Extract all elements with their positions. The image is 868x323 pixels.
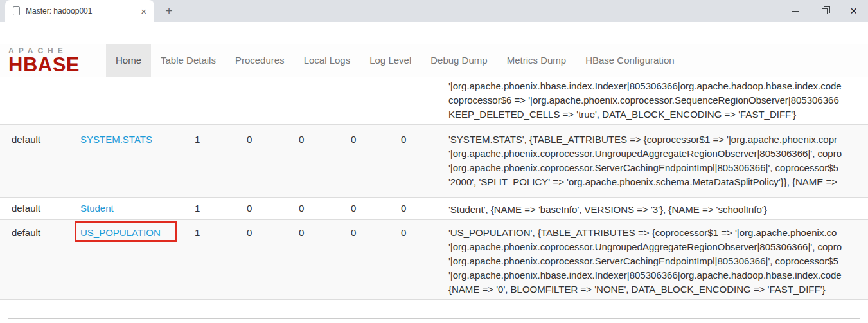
other-regions-cell: 0 (401, 203, 406, 214)
browser-window: Master: hadoop001 × + ✕ ← → ⟳ ⓘ 不安全 192.… (0, 0, 868, 323)
table-row: default US_POPULATION 1 0 0 0 0 'US_POPU… (0, 219, 868, 300)
table-description: 'SYSTEM.STATS', {TABLE_ATTRIBUTES => {co… (448, 133, 842, 189)
nav-item-hbase-configuration[interactable]: HBase Configuration (576, 44, 684, 77)
nav-item-home[interactable]: Home (106, 44, 151, 77)
tab-strip: Master: hadoop001 × + ✕ (0, 0, 868, 22)
window-controls: ✕ (781, 0, 868, 22)
online-regions-cell: 1 (195, 227, 200, 238)
nav-item-log-level[interactable]: Log Level (360, 44, 421, 77)
browser-toolbar: ← → ⟳ ⓘ 不安全 192.168.200.226 :60010/maste… (0, 22, 868, 44)
offline-regions-cell: 0 (247, 227, 252, 238)
red-highlight-annotation (75, 221, 177, 242)
hbase-logo[interactable]: APACHE HBASE (8, 46, 103, 74)
namespace-cell: default (12, 134, 40, 145)
split-regions-cell: 0 (351, 203, 356, 214)
failed-regions-cell: 0 (299, 203, 304, 214)
browser-tab[interactable]: Master: hadoop001 × (5, 0, 154, 22)
restore-button[interactable] (810, 0, 839, 22)
tables-list: '|org.apache.phoenix.hbase.index.Indexer… (0, 77, 868, 323)
namespace-cell: default (12, 203, 40, 214)
page-bottom-divider (8, 318, 860, 319)
nav-item-table-details[interactable]: Table Details (151, 44, 226, 77)
table-row: default SYSTEM.STATS 1 0 0 0 0 'SYSTEM.S… (0, 124, 868, 197)
offline-regions-cell: 0 (247, 203, 252, 214)
tab-close-icon[interactable]: × (138, 6, 149, 17)
split-regions-cell: 0 (351, 134, 356, 145)
hbase-navbar: APACHE HBASE Home Table Details Procedur… (0, 44, 868, 77)
other-regions-cell: 0 (401, 134, 406, 145)
table-link-student[interactable]: Student (80, 203, 114, 214)
table-row: '|org.apache.phoenix.hbase.index.Indexer… (0, 77, 868, 124)
offline-regions-cell: 0 (247, 134, 252, 145)
restore-icon (822, 8, 828, 14)
close-button[interactable]: ✕ (839, 0, 868, 22)
table-description: 'Student', {NAME => 'baseInfo', VERSIONS… (448, 203, 767, 217)
failed-regions-cell: 0 (299, 134, 304, 145)
table-link-system-stats[interactable]: SYSTEM.STATS (80, 134, 152, 145)
table-description: '|org.apache.phoenix.hbase.index.Indexer… (448, 79, 842, 122)
failed-regions-cell: 0 (299, 227, 304, 238)
nav-item-local-logs[interactable]: Local Logs (294, 44, 360, 77)
page-favicon-icon (13, 6, 20, 15)
split-regions-cell: 0 (351, 227, 356, 238)
nav-item-metrics-dump[interactable]: Metrics Dump (497, 44, 576, 77)
new-tab-button[interactable]: + (161, 3, 177, 20)
table-description: 'US_POPULATION', {TABLE_ATTRIBUTES => {c… (448, 226, 842, 297)
nav-item-procedures[interactable]: Procedures (226, 44, 294, 77)
minimize-icon (792, 11, 799, 12)
nav-item-debug-dump[interactable]: Debug Dump (421, 44, 497, 77)
navbar-items: Home Table Details Procedures Local Logs… (106, 44, 684, 77)
table-row: default Student 1 0 0 0 0 'Student', {NA… (0, 197, 868, 219)
tab-title: Master: hadoop001 (26, 6, 138, 15)
other-regions-cell: 0 (401, 227, 406, 238)
namespace-cell: default (12, 227, 40, 238)
online-regions-cell: 1 (195, 134, 200, 145)
logo-hbase-text: HBASE (8, 55, 103, 74)
online-regions-cell: 1 (195, 203, 200, 214)
minimize-button[interactable] (781, 0, 810, 22)
close-icon: ✕ (850, 6, 858, 15)
